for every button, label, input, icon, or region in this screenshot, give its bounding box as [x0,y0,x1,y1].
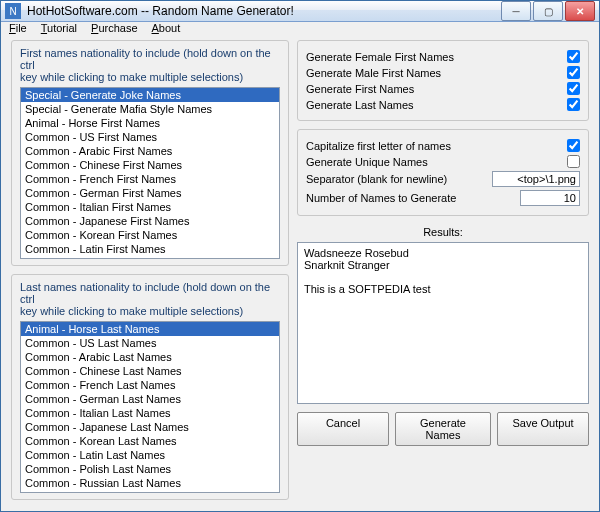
gen-last-checkbox[interactable] [567,98,580,111]
first-names-listbox[interactable]: Special - Generate Joke NamesSpecial - G… [20,87,280,259]
menu-file[interactable]: File [9,22,27,34]
close-button[interactable]: ✕ [565,1,595,21]
save-output-button[interactable]: Save Output [497,412,589,446]
gen-first-label: Generate First Names [306,83,414,95]
list-item[interactable]: Common - German Last Names [21,392,279,406]
list-item[interactable]: Common - US Last Names [21,336,279,350]
titlebar: N HotHotSoftware.com -- Random Name Gene… [1,1,599,22]
separator-input[interactable] [492,171,580,187]
right-column: Generate Female First Names Generate Mal… [297,40,589,512]
client-area: First names nationality to include (hold… [1,34,599,512]
results-label: Results: [297,226,589,238]
results-textbox[interactable]: Wadsneeze Rosebud Snarknit Stranger This… [297,242,589,404]
list-item[interactable]: Common - Arabic First Names [21,144,279,158]
list-item[interactable]: Common - Korean Last Names [21,434,279,448]
last-names-listbox[interactable]: Animal - Horse Last NamesCommon - US Las… [20,321,280,493]
list-item[interactable]: Animal - Horse First Names [21,116,279,130]
menubar: File Tutorial Purchase About [1,22,599,34]
unique-label: Generate Unique Names [306,156,428,168]
list-item[interactable]: Common - French First Names [21,172,279,186]
list-item[interactable]: Common - US First Names [21,130,279,144]
capitalize-checkbox[interactable] [567,139,580,152]
gen-female-label: Generate Female First Names [306,51,454,63]
generate-button[interactable]: Generate Names [395,412,491,446]
last-names-group: Last names nationality to include (hold … [11,274,289,500]
list-item[interactable]: Common - Korean First Names [21,228,279,242]
first-names-label: First names nationality to include (hold… [20,47,280,83]
list-item[interactable]: Animal - Horse Last Names [21,322,279,336]
unique-checkbox[interactable] [567,155,580,168]
list-item[interactable]: Common - Italian First Names [21,200,279,214]
app-window: N HotHotSoftware.com -- Random Name Gene… [0,0,600,512]
format-options-group: Capitalize first letter of names Generat… [297,129,589,216]
gen-last-label: Generate Last Names [306,99,414,111]
menu-tutorial[interactable]: Tutorial [41,22,77,34]
separator-label: Separator (blank for newline) [306,173,447,185]
menu-about[interactable]: About [152,22,181,34]
svg-text:N: N [9,6,16,17]
gen-male-checkbox[interactable] [567,66,580,79]
list-item[interactable]: Common - Arabic Last Names [21,350,279,364]
list-item[interactable]: Common - French Last Names [21,378,279,392]
capitalize-label: Capitalize first letter of names [306,140,451,152]
list-item[interactable]: Special - Generate Mafia Style Names [21,102,279,116]
button-bar: Cancel Generate Names Save Output [297,412,589,446]
gen-first-checkbox[interactable] [567,82,580,95]
app-icon: N [5,3,21,19]
list-item[interactable]: Common - Chinese Last Names [21,364,279,378]
window-title: HotHotSoftware.com -- Random Name Genera… [27,4,499,18]
gen-male-label: Generate Male First Names [306,67,441,79]
list-item[interactable]: Common - Polish Last Names [21,462,279,476]
left-column: First names nationality to include (hold… [11,40,289,512]
minimize-button[interactable]: ─ [501,1,531,21]
list-item[interactable]: Common - German First Names [21,186,279,200]
menu-purchase[interactable]: Purchase [91,22,137,34]
first-names-group: First names nationality to include (hold… [11,40,289,266]
list-item[interactable]: Common - Japanese First Names [21,214,279,228]
list-item[interactable]: Special - Generate Joke Names [21,88,279,102]
gen-female-checkbox[interactable] [567,50,580,63]
num-names-input[interactable] [520,190,580,206]
num-names-label: Number of Names to Generate [306,192,456,204]
list-item[interactable]: Common - Native Indian First Names [21,256,279,259]
list-item[interactable]: Common - Latin Last Names [21,448,279,462]
last-names-label: Last names nationality to include (hold … [20,281,280,317]
maximize-button[interactable]: ▢ [533,1,563,21]
list-item[interactable]: Common - Italian Last Names [21,406,279,420]
list-item[interactable]: Common - Japanese Last Names [21,420,279,434]
list-item[interactable]: Common - Latin First Names [21,242,279,256]
list-item[interactable]: Common - Russian Last Names [21,476,279,490]
cancel-button[interactable]: Cancel [297,412,389,446]
generate-options-group: Generate Female First Names Generate Mal… [297,40,589,121]
list-item[interactable]: Common - Chinese First Names [21,158,279,172]
